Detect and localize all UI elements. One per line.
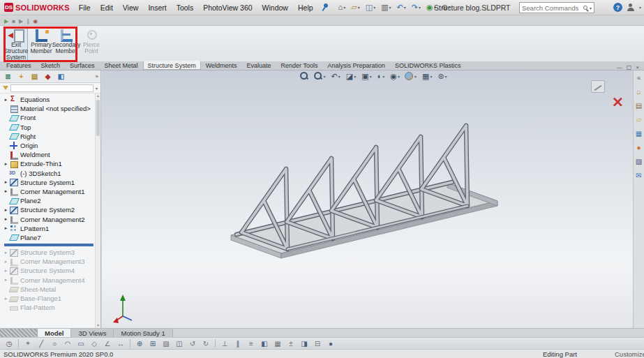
tree-item[interactable]: ▸ bbox=[4, 244, 93, 246]
file-explorer-icon[interactable]: ▱ bbox=[636, 115, 642, 124]
menu-item[interactable]: Tools bbox=[172, 1, 199, 14]
tab-weldments[interactable]: Weldments bbox=[201, 61, 242, 70]
expand-caret-icon[interactable]: ▸ bbox=[3, 97, 9, 103]
step-macro-icon[interactable]: ▶ bbox=[19, 16, 23, 24]
section-tool-icon[interactable]: ◨ bbox=[298, 338, 310, 349]
tree-item[interactable]: ▸ Corner Management2 bbox=[1, 214, 100, 223]
configurationmanager-tab[interactable]: ▤ bbox=[29, 71, 40, 82]
grid-icon[interactable]: ▦ bbox=[271, 338, 284, 349]
tree-item[interactable]: ▸ Structure System1 bbox=[1, 178, 100, 187]
line-icon[interactable]: ╱ bbox=[35, 338, 47, 349]
tree-item[interactable]: ▸ Flat-Pattern bbox=[1, 303, 100, 312]
filter-icon[interactable] bbox=[3, 86, 8, 90]
dimxpertmanager-tab[interactable]: ◈ bbox=[42, 71, 54, 82]
tab-surfaces[interactable]: Surfaces bbox=[65, 61, 100, 70]
stop-macro-icon[interactable]: ■ bbox=[12, 16, 15, 24]
tree-item[interactable]: ▸ Sheet-Metal bbox=[1, 285, 100, 294]
display-style-icon[interactable]: ◐ ▾ bbox=[375, 71, 387, 81]
tab-structure-system[interactable]: Structure System bbox=[143, 61, 201, 70]
tree-item[interactable]: ▸ (-) 3DSketch1 bbox=[1, 169, 100, 178]
section-view-icon[interactable]: ◪ ▾ bbox=[344, 71, 357, 81]
toolbar-icon[interactable] bbox=[16, 338, 21, 349]
expand-caret-icon[interactable]: ▸ bbox=[3, 207, 9, 213]
forum-icon[interactable]: ✉ bbox=[636, 171, 641, 179]
toolbar-icon[interactable] bbox=[128, 338, 133, 349]
perpendicular-relation-icon[interactable]: ⊥ bbox=[218, 338, 231, 349]
pin-menu-icon[interactable] bbox=[321, 3, 328, 12]
menu-item[interactable]: Insert bbox=[143, 1, 171, 14]
expand-caret-icon[interactable]: ▸ bbox=[3, 268, 9, 274]
pause-macro-icon[interactable]: ∥ bbox=[27, 16, 29, 24]
polygon-icon[interactable]: ◇ bbox=[88, 338, 100, 349]
menu-item[interactable]: File bbox=[74, 1, 96, 14]
menu-item[interactable]: Edit bbox=[96, 1, 118, 14]
expand-caret-icon[interactable]: ▸ bbox=[3, 296, 9, 301]
hatch-icon[interactable]: ▨ bbox=[160, 338, 172, 349]
rotate-right-icon[interactable]: ↻ bbox=[200, 338, 212, 349]
open-icon[interactable]: ▱ ▾ bbox=[349, 3, 361, 12]
relations-icon[interactable]: ≡ bbox=[245, 338, 257, 349]
view-palette-icon[interactable]: ▦ bbox=[636, 129, 642, 137]
tab-render-tools[interactable]: Render Tools bbox=[276, 61, 323, 70]
help-icon[interactable]: ? bbox=[613, 3, 622, 12]
smart-dimension-icon[interactable]: ↔ bbox=[114, 338, 127, 349]
tree-item[interactable]: ▸ Weldment bbox=[1, 150, 100, 159]
expand-caret-icon[interactable]: ▸ bbox=[3, 179, 9, 185]
undo-icon[interactable]: ↶ ▾ bbox=[395, 3, 408, 12]
tree-item[interactable]: ▸ Origin bbox=[1, 141, 100, 150]
view-orientation-icon[interactable]: ▣ ▾ bbox=[359, 71, 373, 81]
appearances-icon[interactable]: ● bbox=[636, 143, 641, 151]
tab-analysis-preparation[interactable]: Analysis Preparation bbox=[322, 61, 390, 70]
tree-item[interactable]: ▸ Material <not specified> bbox=[1, 104, 100, 113]
expand-caret-icon[interactable]: ▸ bbox=[3, 216, 9, 222]
rectangle-icon[interactable]: ▭ bbox=[75, 338, 87, 349]
tree-item[interactable]: ▸ Equations bbox=[1, 95, 100, 104]
tree-item[interactable]: ▸ Plane2 bbox=[1, 196, 100, 205]
menu-item[interactable]: Help bbox=[293, 1, 318, 14]
point-icon[interactable]: ● bbox=[324, 338, 337, 349]
offset-icon[interactable]: ⊕ bbox=[133, 338, 146, 349]
graphics-viewport[interactable]: ▾ ▾ ↶ ▾ bbox=[102, 70, 633, 328]
shaded-view-icon[interactable]: ◧ bbox=[258, 338, 271, 349]
redo-icon[interactable]: ↷ ▾ bbox=[410, 3, 423, 12]
propertymanager-tab[interactable]: + bbox=[15, 71, 27, 82]
search-dropdown-icon[interactable]: ▾ bbox=[590, 6, 592, 10]
expand-caret-icon[interactable]: ▸ bbox=[3, 277, 9, 283]
tree-item[interactable]: ▸ Structure System3 bbox=[1, 248, 100, 257]
exit-structure-system-button[interactable]: Exit Structure System bbox=[4, 27, 28, 62]
expand-caret-icon[interactable]: ▸ bbox=[3, 225, 9, 231]
minimize-doc-icon[interactable]: — bbox=[617, 62, 622, 70]
scroll-down-icon[interactable]: ▼ bbox=[96, 323, 100, 328]
filter-dropdown-icon[interactable]: ▾ bbox=[96, 86, 98, 91]
zoom-fit-icon[interactable]: ▾ bbox=[299, 71, 310, 81]
tab-sketch[interactable]: Sketch bbox=[36, 61, 66, 70]
tree-item[interactable]: ▸ Corner Management1 bbox=[1, 187, 100, 196]
tree-item[interactable]: ▸ Base-Flange1 bbox=[1, 294, 100, 303]
mirror-icon[interactable]: ◫ bbox=[173, 338, 186, 349]
parallel-relation-icon[interactable]: ∥ bbox=[232, 338, 244, 349]
linear-pattern-icon[interactable]: ⊞ bbox=[147, 338, 159, 349]
model-canvas[interactable] bbox=[102, 70, 633, 328]
tree-item[interactable]: ▸ Extrude-Thin1 bbox=[1, 159, 100, 168]
menu-item[interactable]: Window bbox=[257, 1, 293, 14]
tab-features[interactable]: Features bbox=[1, 61, 36, 70]
pierce-point-button[interactable]: Pierce Point bbox=[80, 27, 103, 62]
view-settings-icon[interactable]: ⊛ ▾ bbox=[435, 71, 448, 81]
expand-caret-icon[interactable]: ▸ bbox=[3, 188, 9, 194]
cancel-structure-system-icon[interactable]: × bbox=[613, 94, 623, 110]
record-macro-icon[interactable]: ◉ bbox=[33, 16, 38, 24]
tree-filter-input[interactable] bbox=[10, 84, 93, 92]
tree-item[interactable]: ▸ LPattern1 bbox=[1, 224, 100, 233]
expand-caret-icon[interactable]: ▸ bbox=[3, 259, 9, 264]
hide-show-items-icon[interactable]: ◉ ▾ bbox=[388, 71, 401, 81]
tab-solidworks-plastics[interactable]: SOLIDWORKS Plastics bbox=[390, 61, 466, 70]
tab-motion-study-1[interactable]: Motion Study 1 bbox=[114, 329, 172, 337]
collapse-taskpane-icon[interactable]: « bbox=[637, 73, 641, 82]
menu-item[interactable]: View bbox=[118, 1, 144, 14]
angle-dimension-icon[interactable]: ∠ bbox=[101, 338, 114, 349]
tree-scrollbar[interactable]: ▲ ▼ bbox=[95, 94, 100, 328]
play-macro-icon[interactable]: ▶ bbox=[4, 16, 8, 24]
home-icon[interactable]: ⌂ ▾ bbox=[336, 3, 348, 12]
close-doc-icon[interactable]: × bbox=[636, 62, 639, 70]
tree-item[interactable]: ▸ Front bbox=[1, 113, 100, 122]
